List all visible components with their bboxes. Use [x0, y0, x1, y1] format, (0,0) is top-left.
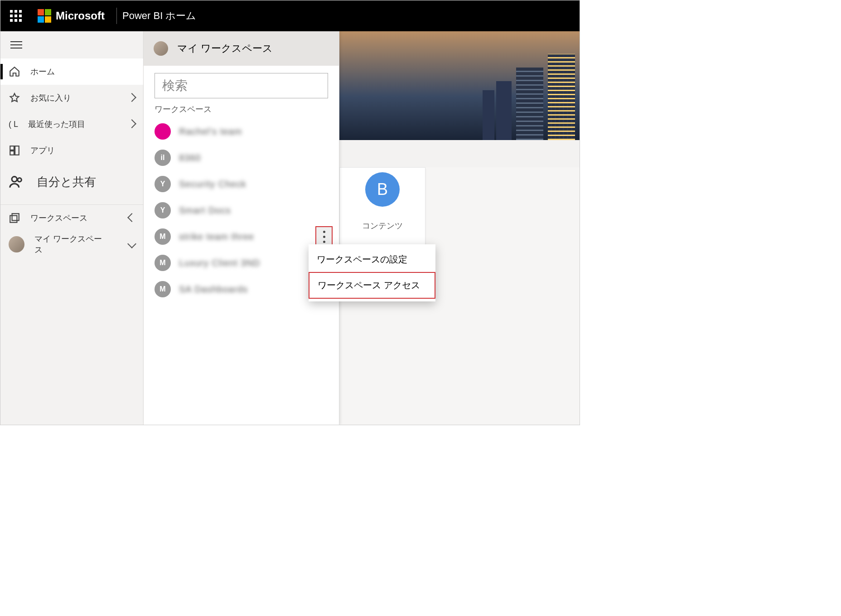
menu-item-label: ワークスペースの設定 — [317, 253, 407, 266]
clock-icon: ( L — [9, 120, 18, 129]
nav-workspaces[interactable]: ワークスペース — [0, 205, 143, 231]
chevron-right-icon — [129, 93, 135, 103]
nav-home-label: ホーム — [30, 66, 55, 77]
header-divider — [116, 8, 117, 24]
decorative-building-icon — [516, 68, 543, 140]
app-title: Power BI ホーム — [122, 9, 196, 23]
svg-point-3 — [12, 177, 17, 182]
workspace-item[interactable]: YSmart Docs — [144, 197, 339, 223]
flyout-title: マイ ワークスペース — [177, 42, 273, 55]
nav-my-workspace[interactable]: マイ ワークスペース — [0, 231, 143, 257]
brand-text: Microsoft — [56, 10, 105, 22]
nav-recent-label: 最近使った項目 — [28, 119, 85, 130]
workspace-search-input[interactable] — [155, 73, 328, 98]
svg-rect-6 — [12, 213, 19, 220]
tile-caption: コンテンツ — [362, 220, 403, 231]
workspace-item-label: Rachel's team — [179, 126, 242, 137]
top-header: Microsoft Power BI ホーム — [0, 0, 580, 31]
nav-shared-with-me[interactable]: 自分と共有 — [0, 164, 143, 200]
nav-apps[interactable]: アプリ — [0, 137, 143, 164]
workspace-item-label: Security Check — [179, 179, 246, 189]
app-launcher-button[interactable] — [0, 10, 31, 22]
home-icon — [9, 66, 20, 78]
star-icon — [9, 92, 20, 104]
workspaces-icon — [9, 212, 20, 224]
nav-favorites[interactable]: お気に入り — [0, 85, 143, 111]
body-area: B コンテンツ ホーム お気に入り ( L 最近使った項目 — [0, 31, 580, 425]
workspace-avatar-icon: Y — [155, 176, 171, 192]
menu-workspace-settings[interactable]: ワークスペースの設定 — [309, 247, 435, 272]
svg-rect-2 — [10, 151, 14, 155]
workspace-item[interactable]: YSecurity Check — [144, 171, 339, 197]
workspace-context-menu: ワークスペースの設定 ワークスペース アクセス — [309, 244, 435, 301]
workspace-item-label: Luxury Client 3ND — [179, 258, 260, 268]
workspace-item-label: Smart Docs — [179, 205, 231, 216]
nav-apps-label: アプリ — [30, 145, 55, 156]
workspace-avatar-icon: Y — [155, 202, 171, 218]
menu-item-label: ワークスペース アクセス — [318, 279, 420, 291]
chevron-right-icon — [129, 120, 135, 129]
workspace-avatar-icon: M — [155, 255, 171, 271]
more-vertical-icon — [323, 231, 325, 243]
chevron-left-icon — [129, 213, 135, 223]
apps-icon — [9, 145, 20, 156]
nav-recent[interactable]: ( L 最近使った項目 — [0, 111, 143, 137]
avatar-icon — [9, 236, 24, 252]
decorative-building-icon — [496, 81, 512, 140]
menu-workspace-access[interactable]: ワークスペース アクセス — [309, 272, 435, 299]
flyout-section-label: ワークスペース — [144, 103, 339, 118]
workspace-item[interactable]: il8360 — [144, 145, 339, 171]
avatar-icon — [154, 41, 168, 56]
tile-badge-icon: B — [365, 172, 400, 207]
nav-workspaces-label: ワークスペース — [30, 213, 87, 223]
workspace-avatar-icon — [155, 123, 171, 140]
workspace-avatar-icon: il — [155, 150, 171, 166]
workspace-item[interactable]: Rachel's team — [144, 118, 339, 145]
nav-collapse-button[interactable] — [10, 41, 22, 49]
workspaces-flyout: マイ ワークスペース ワークスペース Rachel's teamil8360YS… — [144, 31, 339, 425]
svg-rect-5 — [10, 216, 17, 223]
nav-my-workspace-label: マイ ワークスペース — [34, 233, 109, 255]
chevron-down-icon — [129, 240, 135, 249]
nav-home[interactable]: ホーム — [0, 58, 143, 85]
left-nav: ホーム お気に入り ( L 最近使った項目 アプリ 自分と共有 ワークスペース — [0, 31, 144, 425]
workspace-item-label: SA Dashboards — [179, 284, 248, 295]
workspace-item-label: strike team three — [179, 232, 254, 242]
microsoft-logo-icon — [38, 9, 51, 23]
people-icon — [9, 174, 24, 189]
decorative-building-icon — [483, 90, 494, 140]
svg-point-4 — [18, 178, 22, 182]
brand-block[interactable]: Microsoft — [31, 9, 111, 23]
decorative-building-icon — [548, 54, 575, 140]
nav-shared-label: 自分と共有 — [37, 174, 96, 190]
workspace-avatar-icon: M — [155, 281, 171, 297]
waffle-icon — [10, 10, 22, 22]
svg-rect-1 — [15, 146, 19, 155]
flyout-header[interactable]: マイ ワークスペース — [144, 31, 339, 66]
workspace-item-label: 8360 — [179, 153, 201, 163]
nav-favorites-label: お気に入り — [30, 92, 71, 103]
workspace-avatar-icon: M — [155, 228, 171, 245]
svg-rect-0 — [10, 146, 14, 150]
